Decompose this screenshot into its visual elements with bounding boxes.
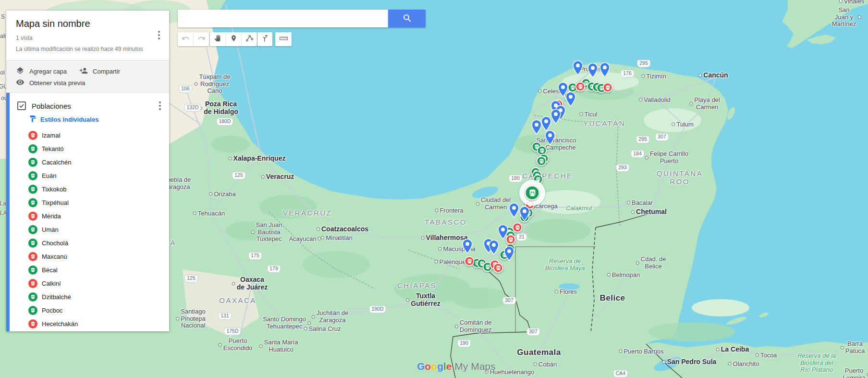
map-marker-station[interactable] <box>493 263 503 273</box>
train-icon <box>28 265 37 275</box>
views-count: 1 vista <box>16 34 159 42</box>
hand-icon <box>214 35 221 44</box>
google-logo-letter: G <box>417 361 425 372</box>
list-item[interactable]: Calkiní <box>10 277 169 290</box>
draw-line-button[interactable] <box>241 32 257 46</box>
train-icon <box>28 144 37 153</box>
train-icon <box>28 212 37 221</box>
list-item[interactable] <box>10 330 169 331</box>
list-item-label: Cacalchén <box>42 159 71 166</box>
train-icon <box>28 319 37 328</box>
preview-button[interactable]: Obtener vista previa <box>16 78 85 88</box>
panel-actions: Agregar capa Compartir Obtener vista pre… <box>6 60 169 93</box>
map-marker-station-selected[interactable] <box>525 186 540 201</box>
add-marker-button[interactable] <box>225 32 241 46</box>
map-marker-pin[interactable] <box>573 60 584 76</box>
google-logo: Google <box>417 361 452 372</box>
add-layer-button[interactable]: Agregar capa <box>16 66 67 76</box>
add-directions-button[interactable] <box>257 32 272 46</box>
list-item-label: Tixkokob <box>42 186 67 193</box>
map-marker-pin[interactable] <box>565 91 576 107</box>
list-item[interactable]: Chocholá <box>10 236 169 250</box>
train-icon <box>28 131 37 140</box>
map-marker-pin[interactable] <box>498 224 509 239</box>
pan-tool-button[interactable] <box>210 32 225 46</box>
search-button[interactable] <box>388 10 426 27</box>
list-item[interactable]: Mérida <box>10 209 169 223</box>
map-title[interactable]: Mapa sin nombre <box>16 18 159 29</box>
list-item-label: Izamal <box>42 132 60 139</box>
list-item[interactable]: Euán <box>10 169 169 182</box>
undo-button[interactable] <box>178 32 193 46</box>
map-marker-pin[interactable] <box>504 246 515 261</box>
layer-poblaciones: Poblaciones Estilos individuales IzamalT… <box>6 93 169 331</box>
list-item[interactable]: Bécal <box>10 263 169 277</box>
individual-styles-label: Estilos individuales <box>40 116 98 123</box>
list-item-label: Tekantó <box>42 145 64 152</box>
redo-icon <box>197 34 206 44</box>
list-item[interactable]: Izamal <box>10 128 169 142</box>
map-marker-pin[interactable] <box>550 109 562 124</box>
individual-styles-link[interactable]: Estilos individuales <box>29 115 98 124</box>
map-marker-pin[interactable] <box>541 116 552 131</box>
list-item-label: Hecelchakán <box>42 320 78 328</box>
list-item[interactable]: Hecelchakán <box>10 317 169 330</box>
layer-visibility-checkbox[interactable] <box>17 101 26 110</box>
layers-icon <box>16 66 29 76</box>
map-marker-station[interactable] <box>603 83 613 93</box>
list-item-label: Tixpéhual <box>42 199 69 206</box>
train-icon <box>28 225 37 234</box>
search-input[interactable] <box>178 10 388 27</box>
list-item-label: Maxcanú <box>42 253 67 260</box>
train-icon <box>28 239 37 248</box>
measure-button[interactable] <box>275 32 292 46</box>
list-item-label: Euán <box>42 172 56 179</box>
ruler-icon <box>279 34 288 45</box>
eye-icon <box>16 78 29 88</box>
map-marker-pin[interactable] <box>462 239 473 254</box>
list-item[interactable]: Tixpéhual <box>10 196 169 209</box>
list-item-label: Mérida <box>42 213 61 220</box>
map-marker-station[interactable] <box>575 82 586 92</box>
polyline-icon <box>245 34 254 44</box>
map-marker-station[interactable] <box>513 223 523 233</box>
undo-icon <box>182 34 190 44</box>
layer-name[interactable]: Poblaciones <box>32 102 155 110</box>
map-marker-pin[interactable] <box>545 130 556 145</box>
directions-fork-icon <box>261 34 269 44</box>
google-my-maps-watermark: Google My Maps <box>417 361 496 372</box>
map-menu-button[interactable] <box>154 29 164 41</box>
google-logo-letter: o <box>425 361 431 372</box>
train-icon <box>28 279 37 288</box>
map-marker-station[interactable] <box>465 256 475 266</box>
train-icon <box>28 185 37 194</box>
list-item-label: Bécal <box>42 266 58 274</box>
search-icon <box>403 13 412 24</box>
marker-icon <box>230 35 237 44</box>
list-item[interactable]: Tixkokob <box>10 182 169 196</box>
list-item[interactable]: Tekantó <box>10 142 169 155</box>
list-item[interactable]: Cacalchén <box>10 155 169 169</box>
list-item[interactable]: Maxcanú <box>10 250 169 263</box>
map-marker-station[interactable] <box>537 156 547 166</box>
redo-button[interactable] <box>193 32 209 46</box>
list-item-label: Pocboc <box>42 307 62 314</box>
map-marker-pin[interactable] <box>519 206 530 221</box>
layer-item-list: IzamalTekantóCacalchénEuánTixkokobTixpéh… <box>10 128 169 331</box>
person-add-icon <box>79 66 93 76</box>
map-marker-pin[interactable] <box>489 239 500 255</box>
last-modified-text: La última modificación se realizó hace 4… <box>16 45 159 53</box>
preview-label: Obtener vista previa <box>29 79 85 87</box>
list-item-label: Calkiní <box>42 280 61 287</box>
panel-header: Mapa sin nombre 1 vista La última modifi… <box>6 11 169 59</box>
list-item[interactable]: Dzitbalché <box>10 290 169 303</box>
directions-toolbar <box>257 32 272 46</box>
share-button[interactable]: Compartir <box>79 66 120 76</box>
layer-menu-button[interactable] <box>155 100 165 112</box>
map-marker-pin[interactable] <box>509 202 520 218</box>
list-item[interactable]: Umán <box>10 223 169 236</box>
paint-roller-icon <box>29 115 40 124</box>
list-item[interactable]: Pocboc <box>10 303 169 317</box>
map-marker-pin[interactable] <box>599 62 611 77</box>
map-marker-pin[interactable] <box>587 63 599 78</box>
